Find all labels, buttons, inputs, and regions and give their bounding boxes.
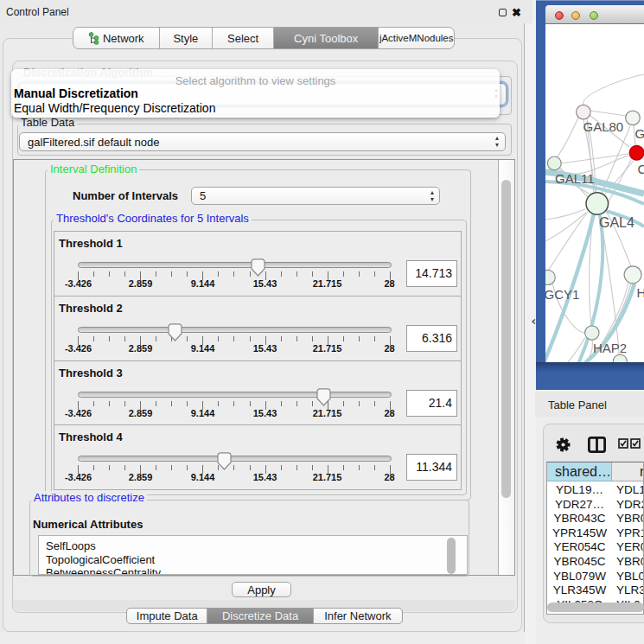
svg-text:HAP2: HAP2 bbox=[593, 341, 627, 355]
svg-text:GAL11: GAL11 bbox=[555, 171, 595, 186]
svg-text:GCY1: GCY1 bbox=[545, 287, 579, 302]
svg-text:GAL80: GAL80 bbox=[583, 119, 624, 134]
svg-text:C: C bbox=[638, 162, 644, 176]
svg-text:H: H bbox=[637, 285, 644, 300]
svg-text:G: G bbox=[635, 126, 644, 141]
svg-text:GAL4: GAL4 bbox=[599, 215, 634, 230]
